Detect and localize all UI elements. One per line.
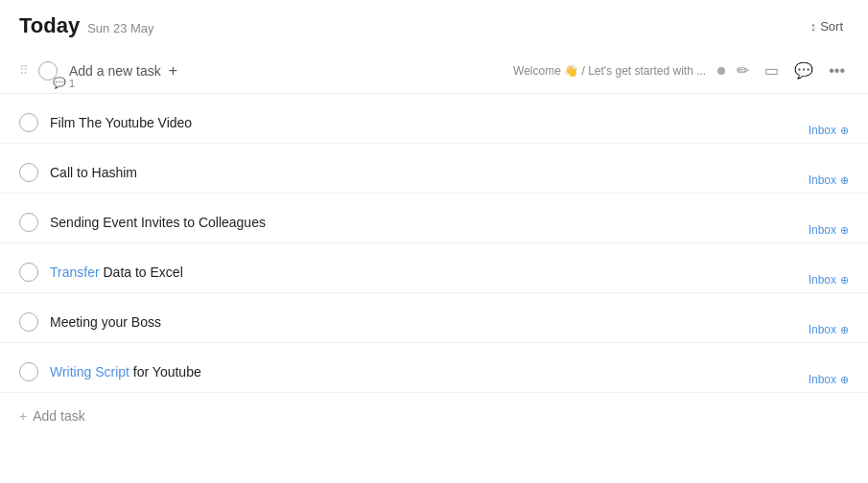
task-inbox-label: Inbox⊕ (809, 124, 849, 137)
more-icon: ••• (829, 62, 845, 79)
inbox-text: Inbox (809, 373, 836, 386)
comment-badge: 💬 1 (53, 77, 75, 89)
add-task-bottom-label: Add task (33, 408, 84, 424)
more-icon-button[interactable]: ••• (825, 58, 849, 83)
task-list: Film The Youtube VideoInbox⊕Call to Hash… (0, 94, 868, 393)
task-row[interactable]: Film The Youtube VideoInbox⊕ (0, 94, 868, 144)
online-status-dot (717, 67, 725, 75)
page-header: Today Sun 23 May ↕ Sort (0, 0, 868, 48)
comment-icon-button[interactable]: 💬 (790, 58, 817, 83)
task-link[interactable]: Transfer (50, 264, 100, 280)
edit-icon: ✏ (737, 62, 749, 79)
task-complete-button[interactable] (19, 263, 38, 282)
task-inbox-label: Inbox⊕ (809, 273, 849, 287)
task-complete-button[interactable] (19, 163, 38, 182)
inbox-icon: ⊕ (840, 125, 849, 137)
inbox-icon: ⊕ (840, 174, 849, 187)
task-inbox-label: Inbox⊕ (809, 373, 849, 386)
task-row[interactable]: Transfer Data to ExcelInbox⊕ (0, 243, 868, 293)
task-inbox-label: Inbox⊕ (809, 323, 849, 336)
task-inbox-label: Inbox⊕ (809, 223, 849, 237)
add-task-row: ⠿ Add a new task + Welcome 👋 / Let's get… (0, 48, 868, 94)
inbox-icon: ⊕ (840, 274, 849, 287)
inbox-text: Inbox (809, 173, 836, 187)
task-name: Sending Event Invites to Colleagues (50, 215, 849, 230)
header-left: Today Sun 23 May (19, 13, 154, 38)
page-title: Today (19, 13, 80, 38)
inbox-icon: ⊕ (840, 374, 849, 386)
comment-count: 1 (69, 78, 75, 89)
add-task-toolbar: Welcome 👋 / Let's get started with ... ✏… (513, 58, 849, 83)
sort-label: Sort (820, 19, 843, 34)
comment-icon: 💬 (794, 62, 813, 79)
task-row[interactable]: Call to HashimInbox⊕ (0, 144, 868, 194)
task-row[interactable]: Meeting your BossInbox⊕ (0, 293, 868, 343)
inbox-text: Inbox (809, 323, 836, 336)
add-task-text: Add a new task (69, 63, 161, 79)
comment-icon-small: 💬 (53, 77, 66, 89)
task-name: Writing Script for Youtube (50, 364, 849, 380)
add-task-label[interactable]: Add a new task + (69, 62, 513, 80)
sort-button[interactable]: ↕ Sort (805, 15, 849, 37)
task-complete-button[interactable] (19, 213, 38, 232)
drag-handle-icon: ⠿ (19, 63, 29, 78)
task-complete-button[interactable] (19, 312, 38, 332)
inbox-text: Inbox (809, 223, 836, 237)
edit-icon-button[interactable]: ✏ (733, 58, 753, 83)
inbox-icon: ⊕ (840, 224, 849, 237)
task-inbox-label: Inbox⊕ (809, 173, 849, 187)
inbox-icon: ⊕ (840, 324, 849, 336)
layout-icon: ▭ (764, 62, 779, 79)
task-name: Call to Hashim (50, 165, 849, 180)
inbox-text: Inbox (809, 124, 836, 137)
header-right: ↕ Sort (805, 15, 849, 37)
task-complete-button[interactable] (19, 113, 38, 132)
layout-icon-button[interactable]: ▭ (761, 58, 783, 83)
task-name: Film The Youtube Video (50, 115, 849, 130)
task-name: Transfer Data to Excel (50, 264, 849, 280)
header-date: Sun 23 May (87, 21, 153, 35)
inbox-text: Inbox (809, 273, 836, 287)
welcome-text: Welcome 👋 / Let's get started with ... (513, 64, 706, 78)
add-task-plus-icon: + (169, 62, 177, 79)
task-complete-button[interactable] (19, 362, 38, 381)
add-task-bottom[interactable]: + Add task (0, 393, 868, 439)
task-row[interactable]: Sending Event Invites to ColleaguesInbox… (0, 194, 868, 243)
sort-icon: ↕ (810, 19, 817, 34)
task-row[interactable]: Writing Script for YoutubeInbox⊕ (0, 343, 868, 393)
task-link[interactable]: Writing Script (50, 364, 129, 380)
task-name: Meeting your Boss (50, 314, 849, 330)
add-task-bottom-plus-icon: + (19, 408, 27, 424)
